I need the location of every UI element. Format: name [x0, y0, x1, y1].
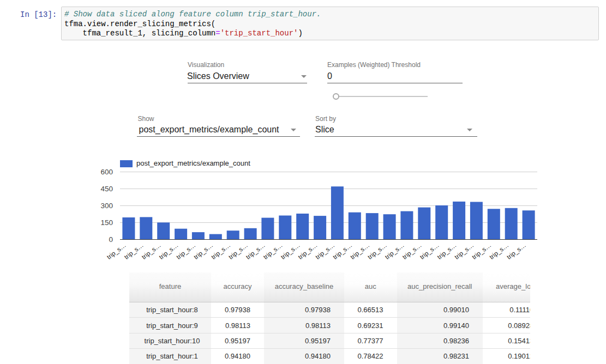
svg-text:trip_s…: trip_s… [244, 241, 267, 261]
svg-text:trip_s…: trip_s… [140, 241, 163, 261]
svg-text:trip_s…: trip_s… [105, 241, 128, 261]
svg-text:trip_s…: trip_s… [383, 241, 406, 261]
svg-text:trip_s…: trip_s… [262, 241, 284, 261]
svg-text:300: 300 [100, 202, 113, 210]
svg-text:trip_s…: trip_s… [470, 241, 493, 261]
svg-text:trip_s…: trip_s… [297, 241, 319, 261]
svg-text:trip_s…: trip_s… [366, 241, 388, 261]
svg-text:trip_s…: trip_s… [123, 241, 145, 261]
svg-text:trip_s…: trip_s… [158, 241, 180, 261]
svg-text:trip_s…: trip_s… [331, 241, 353, 261]
svg-text:150: 150 [100, 219, 113, 227]
svg-text:trip_s…: trip_s… [192, 241, 214, 261]
svg-text:trip_s…: trip_s… [436, 241, 458, 261]
svg-text:trip_s…: trip_s… [349, 241, 371, 261]
svg-text:trip_s…: trip_s… [227, 241, 249, 261]
svg-text:trip_s…: trip_s… [175, 241, 197, 261]
svg-text:trip_s…: trip_s… [314, 241, 337, 261]
svg-text:trip_s…: trip_s… [418, 241, 441, 261]
svg-text:600: 600 [100, 168, 113, 176]
svg-text:0: 0 [109, 235, 113, 244]
svg-text:post_export_metrics/example_co: post_export_metrics/example_count [136, 159, 250, 167]
svg-text:trip_s…: trip_s… [401, 241, 423, 261]
svg-text:trip_s…: trip_s… [488, 241, 510, 261]
svg-text:trip_s…: trip_s… [505, 241, 527, 261]
svg-text:trip_s…: trip_s… [279, 241, 302, 261]
svg-text:trip_s…: trip_s… [453, 241, 476, 261]
svg-text:450: 450 [100, 185, 113, 193]
svg-text:trip_s…: trip_s… [209, 241, 232, 261]
